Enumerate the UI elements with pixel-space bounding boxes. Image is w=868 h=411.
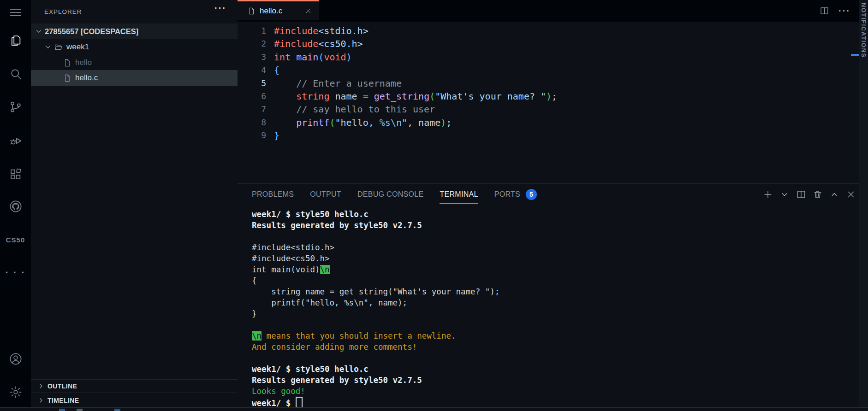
activity-item-account[interactable] [0,348,31,370]
activity-item-search[interactable] [0,63,31,85]
source-control-icon [9,100,23,114]
code-line-9: 9} [238,129,868,142]
project-root-row[interactable]: 27855657 [CODESPACES] [31,23,241,39]
terminal-line: Results generated by style50 v2.7.5 [252,220,854,231]
panel-tab-output[interactable]: OUTPUT [310,184,341,205]
terminal-line: week1/ $ style50 hello.c [252,209,854,220]
kill-terminal-button[interactable] [813,189,823,200]
activity-item-cs50[interactable]: CS50 [0,229,31,251]
tree-item-label: week1 [66,42,89,52]
panel-tab-problems[interactable]: PROBLEMS [252,184,294,205]
code-line-3: 3int main(void) [238,51,868,64]
code-editor[interactable]: 1#include<stdio.h>2#include<cs50.h>3int … [238,22,868,186]
explorer-title: EXPLORER [44,8,82,15]
terminal-output[interactable]: week1/ $ style50 hello.cResults generate… [252,209,854,408]
timeline-label: TIMELINE [48,397,79,404]
split-terminal-button[interactable] [796,189,806,200]
activity-item-github[interactable] [0,195,31,217]
terminal-line: Looks good! [252,386,854,397]
terminal-line: And consider adding more comments! [252,341,854,352]
line-number: 5 [238,77,274,90]
close-panel-button[interactable] [846,189,856,200]
terminal-launch-dropdown[interactable] [779,189,790,200]
menu-icon [9,6,23,19]
code-text: #include<stdio.h> [274,24,369,37]
editor-tab-bar: hello.c ··· [238,0,868,22]
chevron-down-icon [44,43,52,51]
terminal-line [252,319,854,330]
notifications-side-strip[interactable]: NOTIFICATIONS [859,0,868,407]
github-icon [9,200,23,213]
terminal-line: int main(void)\n [252,264,854,275]
project-root-label: 27855657 [CODESPACES] [45,27,138,36]
split-editor-icon[interactable] [820,6,829,16]
code-text: // Enter a username [274,77,402,90]
timeline-section-header[interactable]: TIMELINE [31,393,238,407]
panel-tab-label: PORTS [494,190,520,199]
chevron-right-icon [37,382,45,390]
terminal-line: printf("hello, %s\n", name); [252,297,854,308]
code-line-6: 6 string name = get_string("What's your … [238,90,868,103]
activity-item-run-debug[interactable] [0,129,31,152]
tree-item-week1[interactable]: week1 [31,39,250,55]
activity-bar: CS50· · · [0,0,31,407]
activity-item-explorer[interactable] [0,29,31,52]
new-terminal-button[interactable] [763,189,773,200]
activity-more-button[interactable]: · · · [0,262,31,284]
statusbar-fragment [77,409,83,411]
code-line-1: 1#include<stdio.h> [238,24,868,37]
ellipsis-icon: · · · [5,267,25,279]
line-number: 6 [238,90,274,103]
line-number: 1 [238,24,274,37]
bottom-panel: PROBLEMSOUTPUTDEBUG CONSOLETERMINALPORTS… [238,183,868,407]
plus-icon [763,189,773,200]
chevron-down-small-icon [779,189,790,200]
panel-tab-debug-console[interactable]: DEBUG CONSOLE [357,184,424,205]
editor-more-actions-icon[interactable]: ··· [838,6,850,16]
tree-item-hello-c[interactable]: hello.c [31,70,269,86]
activity-item-source-control[interactable] [0,96,31,118]
panel-tab-terminal[interactable]: TERMINAL [440,184,478,205]
gear-icon [9,385,23,399]
maximize-panel-button[interactable] [829,189,839,200]
code-text: { [274,64,279,76]
panel-actions [763,184,856,205]
terminal-line [252,352,854,364]
tree-item-label: hello [75,58,92,67]
split-editor-icon [796,189,806,200]
tree-item-label: hello.c [75,73,98,82]
activity-item-settings[interactable] [0,381,31,403]
run-debug-icon [9,134,23,147]
code-text: int main(void) [274,51,352,64]
folder-open-icon [54,43,63,52]
code-text: string name = get_string("What's your na… [274,90,557,103]
tree-item-hello[interactable]: hello [31,55,269,70]
code-line-4: 4{ [238,64,868,76]
activity-item-menu[interactable] [0,1,31,23]
code-line-2: 2#include<cs50.h> [238,37,868,50]
tab-hello-c[interactable]: hello.c [238,0,319,20]
line-number: 9 [238,129,274,142]
terminal-line: week1/ $ [252,397,854,408]
terminal-cursor [296,397,303,408]
trash-icon [813,189,823,200]
terminal-line: string name = get_string("What's your na… [252,286,854,297]
close-icon [846,189,856,200]
panel-tab-ports[interactable]: PORTS5 [494,184,537,205]
activity-item-extensions[interactable] [0,163,31,185]
status-bar-sliver [0,407,868,411]
line-number: 7 [238,103,274,116]
terminal-line: Results generated by style50 v2.7.5 [252,375,854,386]
panel-tab-bar: PROBLEMSOUTPUTDEBUG CONSOLETERMINALPORTS… [238,184,868,205]
explorer-header: EXPLORER [31,0,238,23]
close-icon[interactable] [304,7,312,15]
ports-count-badge: 5 [526,189,537,200]
explorer-more-actions-button[interactable]: ··· [214,3,226,13]
statusbar-fragment [114,409,120,411]
vscode-window: CS50· · · EXPLORER ··· 27855657 [CODESPA… [0,0,868,411]
code-text: #include<cs50.h> [274,37,363,50]
code-line-5: 5 // Enter a username [238,77,868,90]
code-text: } [274,129,279,142]
outline-section-header[interactable]: OUTLINE [31,379,238,393]
chevron-right-icon [37,397,45,404]
